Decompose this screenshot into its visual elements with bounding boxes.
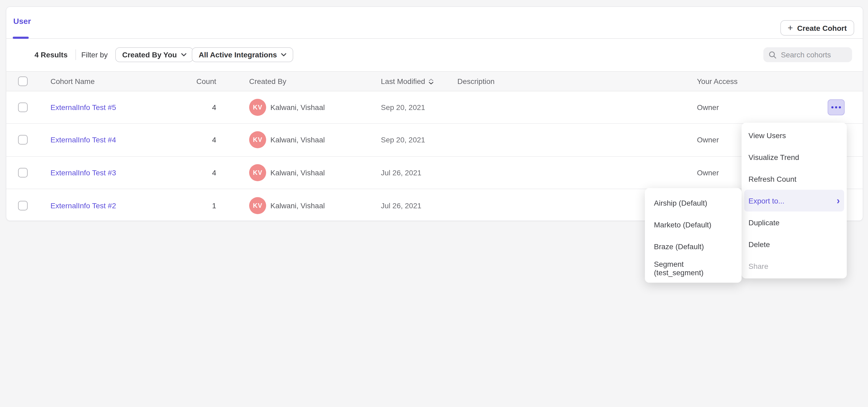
cohort-name-link[interactable]: ExternalInfo Test #4: [51, 124, 116, 156]
created-by-cell: KV Kalwani, Vishaal: [249, 91, 325, 124]
row-actions-button[interactable]: [828, 99, 845, 115]
chevron-down-icon: [281, 53, 287, 56]
column-header-count: Count: [160, 72, 216, 91]
created-by-filter-dropdown[interactable]: Created By You: [115, 47, 193, 62]
context-menu-item[interactable]: Visualize Trend: [742, 146, 847, 168]
creator-name: Kalwani, Vishaal: [270, 136, 325, 144]
cohort-name-link[interactable]: ExternalInfo Test #5: [51, 91, 116, 124]
context-menu-item-label: Visualize Trend: [748, 153, 799, 161]
created-by-cell: KV Kalwani, Vishaal: [249, 124, 325, 156]
export-submenu-item[interactable]: Airship (Default): [645, 192, 742, 214]
more-icon: [831, 106, 834, 108]
context-menu-item-label: Share: [748, 262, 768, 270]
access-cell: Owner: [697, 124, 719, 156]
cohort-count: 1: [160, 189, 216, 222]
row-checkbox[interactable]: [18, 168, 28, 177]
export-submenu-item[interactable]: Marketo (Default): [645, 214, 742, 236]
last-modified-cell: Sep 20, 2021: [381, 91, 425, 124]
created-by-cell: KV Kalwani, Vishaal: [249, 156, 325, 189]
avatar: KV: [249, 99, 266, 116]
cohort-count: 4: [160, 124, 216, 156]
row-context-menu: View Users Visualize Trend Refresh Count…: [742, 123, 847, 278]
context-menu-item[interactable]: View Users: [742, 124, 847, 146]
integrations-filter-label: All Active Integrations: [199, 51, 277, 59]
cohort-count: 4: [160, 156, 216, 189]
cohort-name-link[interactable]: ExternalInfo Test #2: [51, 189, 116, 222]
created-by-cell: KV Kalwani, Vishaal: [249, 189, 325, 222]
column-header-cohort-name: Cohort Name: [51, 72, 95, 91]
row-checkbox[interactable]: [18, 200, 28, 210]
context-menu-item: Share: [742, 255, 847, 277]
table-row: ExternalInfo Test #4 4 KV Kalwani, Visha…: [6, 124, 863, 157]
results-count: 4 Results: [34, 51, 68, 59]
context-menu-item-label: Duplicate: [748, 218, 780, 227]
table-row: ExternalInfo Test #5 4 KV Kalwani, Visha…: [6, 91, 863, 124]
export-submenu-item[interactable]: Segment (test_segment): [645, 257, 742, 279]
chevron-right-icon: ›: [837, 196, 840, 206]
filter-bar: 4 Results Filter by Created By You All A…: [6, 38, 863, 71]
context-menu-item[interactable]: Refresh Count: [742, 168, 847, 190]
avatar: KV: [249, 197, 266, 214]
integrations-filter-dropdown[interactable]: All Active Integrations: [192, 47, 293, 62]
access-cell: Owner: [697, 91, 719, 124]
context-menu-item-label: Delete: [748, 240, 770, 248]
create-cohort-button[interactable]: + Create Cohort: [780, 20, 854, 36]
divider: [75, 50, 76, 60]
table-header: Cohort Name Count Created By Last Modifi…: [6, 71, 863, 91]
last-modified-cell: Jul 26, 2021: [381, 156, 422, 189]
row-checkbox[interactable]: [18, 135, 28, 145]
creator-name: Kalwani, Vishaal: [270, 168, 325, 177]
avatar: KV: [249, 164, 266, 181]
context-menu-item-label: View Users: [748, 131, 786, 139]
column-header-your-access: Your Access: [697, 72, 738, 91]
search-input[interactable]: Search cohorts: [763, 47, 852, 62]
column-header-created-by: Created By: [249, 72, 286, 91]
column-header-description: Description: [457, 72, 495, 91]
table-row: ExternalInfo Test #3 4 KV Kalwani, Visha…: [6, 156, 863, 189]
access-cell: Owner: [697, 156, 719, 189]
creator-name: Kalwani, Vishaal: [270, 103, 325, 112]
context-menu-item-label: Refresh Count: [748, 175, 797, 183]
context-menu-item[interactable]: Delete: [742, 233, 847, 255]
row-checkbox[interactable]: [18, 102, 28, 112]
column-header-last-modified[interactable]: Last Modified: [381, 72, 434, 91]
tab-bar: User + Create Cohort: [6, 7, 863, 39]
context-menu-item[interactable]: Export to... ›: [744, 190, 844, 212]
search-placeholder: Search cohorts: [781, 51, 831, 59]
last-modified-cell: Sep 20, 2021: [381, 124, 425, 156]
cohort-name-link[interactable]: ExternalInfo Test #3: [51, 156, 116, 189]
create-cohort-label: Create Cohort: [797, 24, 847, 32]
search-icon: [769, 51, 777, 59]
select-all-checkbox[interactable]: [18, 76, 28, 86]
sort-icon: [429, 79, 434, 84]
context-menu-item-label: Export to...: [748, 196, 784, 205]
last-modified-label: Last Modified: [381, 77, 425, 86]
filter-by-label: Filter by: [81, 51, 108, 59]
chevron-down-icon: [181, 53, 186, 56]
last-modified-cell: Jul 26, 2021: [381, 189, 422, 222]
tab-user[interactable]: User: [13, 17, 31, 26]
export-submenu: Airship (Default) Marketo (Default) Braz…: [645, 188, 742, 283]
creator-name: Kalwani, Vishaal: [270, 201, 325, 210]
page: User + Create Cohort 4 Results Filter by…: [0, 0, 868, 407]
plus-icon: +: [787, 23, 793, 32]
context-menu-item[interactable]: Duplicate: [742, 212, 847, 233]
cohort-count: 4: [160, 91, 216, 124]
export-submenu-item[interactable]: Braze (Default): [645, 236, 742, 257]
created-by-filter-label: Created By You: [122, 51, 177, 59]
avatar: KV: [249, 131, 266, 149]
